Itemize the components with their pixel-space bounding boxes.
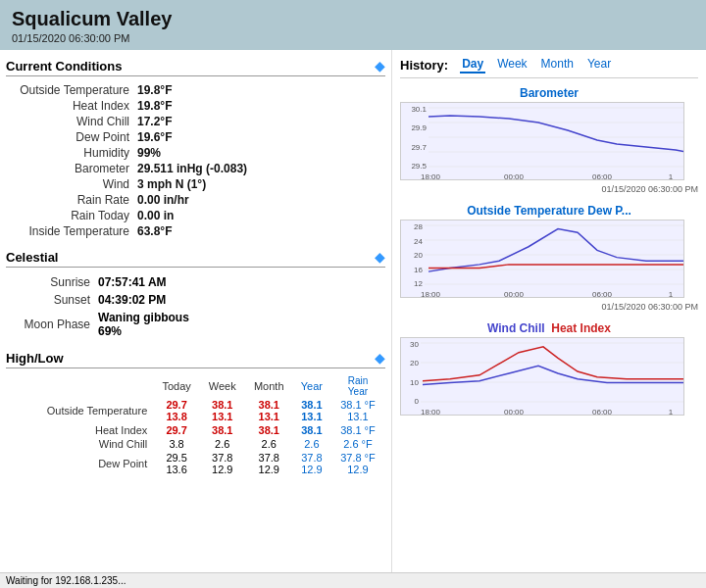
svg-text:0: 0 (415, 397, 420, 406)
cel-label: Sunset (6, 291, 94, 309)
hl-data-row: Dew Point29.513.637.812.937.812.937.812.… (6, 451, 385, 476)
hl-col-header: Month (245, 374, 293, 398)
header: Squalicum Valley 01/15/2020 06:30:00 PM (0, 0, 706, 50)
barometer-chart-title: Barometer (400, 86, 698, 100)
hl-cell: 38.1 °F (330, 423, 385, 437)
hl-row-label: Outside Temperature (6, 398, 153, 423)
hl-col-header: Week (200, 374, 245, 398)
celestial-table: Sunrise07:57:41 AMSunset04:39:02 PMMoon … (6, 273, 385, 340)
celestial-row: Moon PhaseWaning gibbous69% (6, 309, 385, 340)
hl-cell: 38.1 °F13.1 (330, 398, 385, 423)
hl-cell: 29.7 (153, 423, 200, 437)
cel-label: Sunrise (6, 273, 94, 291)
barometer-svg: 30.129.929.729.518:0000:0006:001 (400, 102, 684, 180)
conditions-header: Current Conditions ◆ (6, 58, 385, 76)
svg-text:18:00: 18:00 (421, 172, 441, 180)
cel-value: 04:39:02 PM (94, 291, 385, 309)
hl-data-row: Wind Chill3.82.62.62.62.6 °F (6, 437, 385, 451)
barometer-chart: Barometer30.129.929.729.518:0000:0006:00… (400, 86, 698, 194)
header-datetime: 01/15/2020 06:30:00 PM (12, 32, 694, 44)
status-bar: Waiting for 192.168.1.235... (0, 572, 706, 588)
svg-text:12: 12 (414, 279, 423, 288)
celestial-title: Celestial (6, 250, 58, 265)
hl-cell: 2.6 (245, 437, 293, 451)
tab-month[interactable]: Month (539, 56, 576, 74)
celestial-row: Sunrise07:57:41 AM (6, 273, 385, 291)
cond-label: Dew Point (6, 129, 133, 145)
conditions-row: Wind Chill17.2°F (6, 114, 385, 129)
cel-value: Waning gibbous69% (94, 309, 385, 340)
svg-text:29.7: 29.7 (411, 143, 427, 152)
celestial-header: Celestial ◆ (6, 249, 385, 268)
svg-text:30: 30 (410, 340, 419, 349)
cond-value: 19.8°F (133, 98, 385, 114)
conditions-table: Outside Temperature19.8°FHeat Index19.8°… (6, 82, 385, 239)
temperature-chart: Outside Temperature Dew P...282420161218… (400, 204, 698, 312)
celestial-row: Sunset04:39:02 PM (6, 291, 385, 309)
tab-day[interactable]: Day (460, 56, 485, 74)
hl-row-label: Heat Index (6, 423, 153, 437)
hl-cell: 37.812.9 (200, 451, 245, 476)
hl-cell: 2.6 (293, 437, 330, 451)
svg-text:20: 20 (410, 359, 419, 368)
right-panel: History: DayWeekMonthYear Barometer30.12… (392, 50, 706, 585)
svg-text:29.9: 29.9 (411, 123, 427, 132)
highlow-section: High/Low ◆ TodayWeekMonthYearRainYear Ou… (6, 350, 385, 476)
hl-cell: 2.6 °F (330, 437, 385, 451)
hl-header-row: TodayWeekMonthYearRainYear (6, 374, 385, 398)
conditions-row: Rain Today0.00 in (6, 208, 385, 223)
cond-label: Humidity (6, 145, 133, 161)
highlow-table: TodayWeekMonthYearRainYear Outside Tempe… (6, 374, 385, 476)
barometer-timestamp: 01/15/2020 06:30:00 PM (400, 184, 698, 194)
hl-cell: 29.513.6 (153, 451, 200, 476)
tab-week[interactable]: Week (495, 56, 529, 74)
cond-label: Wind (6, 176, 133, 192)
hl-col-header: Year (293, 374, 330, 398)
cond-label: Outside Temperature (6, 82, 133, 98)
tab-year[interactable]: Year (585, 56, 613, 74)
svg-text:28: 28 (414, 222, 423, 231)
hl-row-label: Dew Point (6, 451, 153, 476)
hl-row-label: Wind Chill (6, 437, 153, 451)
hl-cell: 29.713.8 (153, 398, 200, 423)
conditions-section: Current Conditions ◆ Outside Temperature… (6, 58, 385, 239)
cond-value: 99% (133, 145, 385, 161)
conditions-title: Current Conditions (6, 59, 122, 74)
hl-data-row: Heat Index29.738.138.138.138.1 °F (6, 423, 385, 437)
hl-empty-header (6, 374, 153, 398)
hl-col-header: RainYear (330, 374, 385, 398)
left-panel: Current Conditions ◆ Outside Temperature… (0, 50, 392, 585)
cond-value: 19.6°F (133, 129, 385, 145)
windchill-svg: 302010018:0000:0006:001 (400, 337, 684, 416)
conditions-row: Outside Temperature19.8°F (6, 82, 385, 98)
conditions-row: Heat Index19.8°F (6, 98, 385, 114)
cond-value: 29.511 inHg (-0.083) (133, 161, 385, 176)
cel-label: Moon Phase (6, 309, 94, 340)
cond-value: 0.00 in/hr (133, 192, 385, 208)
svg-text:06:00: 06:00 (592, 408, 613, 416)
cond-label: Rain Today (6, 208, 133, 223)
hl-cell: 38.113.1 (200, 398, 245, 423)
hl-cell: 3.8 (153, 437, 200, 451)
svg-text:10: 10 (410, 378, 419, 387)
hl-cell: 37.812.9 (293, 451, 330, 476)
hl-cell: 38.113.1 (245, 398, 293, 423)
svg-text:20: 20 (414, 251, 423, 260)
cel-value: 07:57:41 AM (94, 273, 385, 291)
hl-cell: 37.8 °F12.9 (330, 451, 385, 476)
hl-data-row: Outside Temperature29.713.838.113.138.11… (6, 398, 385, 423)
conditions-row: Barometer29.511 inHg (-0.083) (6, 161, 385, 176)
temperature-svg: 282420161218:0000:0006:001 (400, 220, 684, 298)
temperature-timestamp: 01/15/2020 06:30:00 PM (400, 302, 698, 312)
status-text: Waiting for 192.168.1.235... (6, 575, 126, 586)
charts-container: Barometer30.129.929.729.518:0000:0006:00… (400, 86, 698, 418)
svg-text:00:00: 00:00 (504, 408, 525, 416)
windchill-chart-title: Wind Chill Heat Index (400, 321, 698, 335)
conditions-row: Inside Temperature63.8°F (6, 223, 385, 239)
cond-value: 63.8°F (133, 223, 385, 239)
hl-cell: 38.1 (293, 423, 330, 437)
svg-text:06:00: 06:00 (592, 172, 613, 180)
svg-text:1: 1 (669, 172, 674, 180)
celestial-section: Celestial ◆ Sunrise07:57:41 AMSunset04:3… (6, 249, 385, 340)
svg-text:24: 24 (414, 237, 423, 246)
